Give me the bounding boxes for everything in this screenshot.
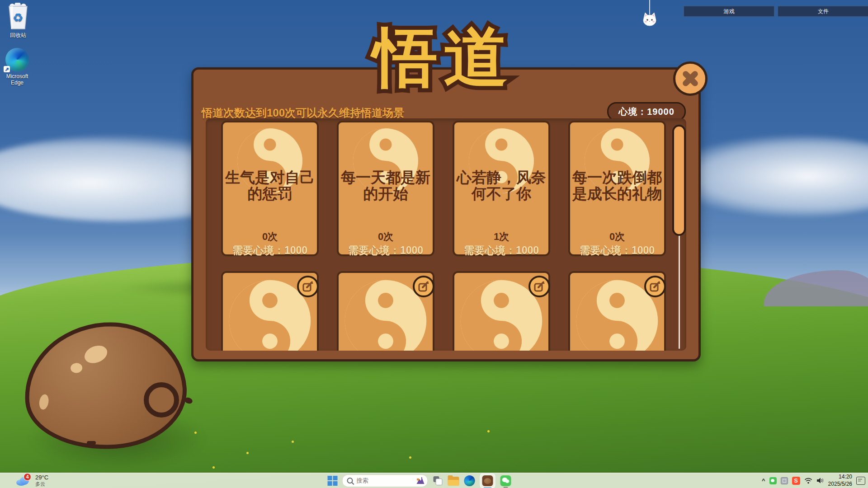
quote-card[interactable]: 每一天都是新的开始 0次 需要心境：1000	[337, 121, 434, 256]
edit-scene-button[interactable]	[528, 276, 550, 297]
flower	[409, 456, 411, 459]
scene-card[interactable]	[453, 271, 550, 351]
flower	[487, 430, 490, 432]
scrollbar-thumb[interactable]	[672, 125, 686, 236]
game-menu-label: 游戏	[724, 8, 735, 15]
quote-card[interactable]: 心若静，风奈何不了你 1次 需要心境：1000	[453, 121, 550, 256]
quote-count: 0次	[570, 230, 664, 244]
quote-card[interactable]: 生气是对自己的惩罚 0次 需要心境：1000	[221, 121, 319, 256]
clock-date: 2025/5/26	[828, 481, 852, 488]
edge-icon: ↗	[5, 48, 29, 71]
pet-tail-tip	[184, 396, 193, 404]
enlightenment-panel: 悟道次数达到100次可以永久维持悟道场景 心境：19000 生气是对自己的惩罚 …	[191, 67, 701, 361]
search-highlight-icon	[416, 477, 425, 485]
pet-highlight	[82, 343, 110, 366]
notification-center-icon[interactable]	[856, 477, 865, 485]
edit-icon	[533, 281, 545, 292]
shortcut-arrow-icon: ↗	[4, 66, 10, 72]
weather-cloud-icon: 4	[15, 475, 33, 487]
file-menu-button[interactable]: 文件	[778, 6, 868, 17]
pet-highlight	[70, 362, 82, 373]
edit-icon	[649, 281, 661, 292]
wifi-icon[interactable]	[804, 478, 812, 484]
quote-cost: 需要心境：1000	[339, 244, 433, 258]
quote-cost: 需要心境：1000	[454, 244, 548, 258]
scene-card[interactable]	[568, 271, 666, 351]
tray-chevron-icon[interactable]: ^	[762, 478, 765, 483]
desktop-screen: ♻ 回收站 ↗ Microsoft Edge 游戏 文件	[0, 0, 868, 488]
task-view-button[interactable]	[433, 476, 443, 486]
cat-toy-icon[interactable]	[642, 12, 658, 28]
pet-foot	[87, 441, 96, 445]
flower	[246, 452, 249, 454]
edit-scene-button[interactable]	[413, 276, 434, 297]
quote-count: 0次	[223, 230, 317, 244]
taskbar: 4 29°C 多云	[0, 473, 868, 488]
wechat-tray-icon[interactable]	[769, 477, 777, 484]
file-menu-label: 文件	[818, 8, 829, 15]
game-taskbar-button-active[interactable]	[480, 474, 495, 488]
quote-count: 0次	[339, 230, 433, 244]
svg-text:♻: ♻	[13, 11, 23, 24]
file-explorer-button[interactable]	[448, 477, 459, 486]
pet-character[interactable]	[19, 316, 195, 456]
quote-cost: 需要心境：1000	[223, 244, 317, 258]
desktop-icon-edge[interactable]: ↗ Microsoft Edge	[0, 48, 34, 86]
desktop-icon-recycle-bin[interactable]: ♻ 回收站	[1, 3, 35, 39]
edit-icon	[302, 281, 314, 292]
edge-label: Microsoft Edge	[0, 73, 34, 86]
close-button[interactable]	[673, 61, 708, 96]
weather-widget[interactable]: 4 29°C 多云	[15, 474, 48, 487]
start-button[interactable]	[328, 476, 337, 485]
quote-cost: 需要心境：1000	[570, 244, 664, 258]
recycle-bin-label: 回收站	[1, 32, 35, 39]
edit-scene-button[interactable]	[644, 276, 666, 297]
clock[interactable]: 14:20 2025/5/26	[828, 474, 852, 488]
edge-taskbar-button[interactable]	[464, 475, 475, 486]
pet-highlight	[38, 394, 50, 410]
quote-text: 生气是对自己的惩罚	[225, 139, 315, 233]
edit-scene-button[interactable]	[297, 276, 319, 297]
flower	[292, 441, 294, 443]
clock-time: 14:20	[828, 474, 852, 481]
game-menu-button[interactable]: 游戏	[684, 6, 774, 17]
quote-card[interactable]: 每一次跌倒都是成长的礼物 0次 需要心境：1000	[568, 121, 666, 256]
search-icon	[347, 478, 353, 483]
recycle-bin-icon: ♻	[7, 3, 29, 30]
weather-condition: 多云	[35, 481, 48, 487]
quote-count: 1次	[454, 230, 548, 244]
scrollbar-track[interactable]	[679, 235, 680, 349]
pet-tail	[144, 382, 179, 418]
edit-icon	[418, 281, 429, 292]
wechat-taskbar-button[interactable]	[500, 475, 511, 486]
quote-text: 心若静，风奈何不了你	[456, 139, 547, 233]
scene-card[interactable]	[337, 271, 434, 351]
game-app-icon	[482, 475, 493, 486]
taskbar-search[interactable]	[342, 474, 428, 487]
quote-text: 每一天都是新的开始	[340, 139, 431, 233]
speaker-icon[interactable]	[816, 477, 824, 484]
search-input[interactable]	[356, 477, 413, 484]
quote-text: 每一次跌倒都是成长的礼物	[572, 139, 662, 233]
weather-temperature: 29°C	[35, 474, 48, 481]
tray-app-icon[interactable]	[781, 477, 788, 484]
weather-badge: 4	[24, 473, 31, 481]
running-app-indicator	[504, 487, 508, 488]
flower	[212, 466, 215, 469]
card-grid-area: 生气是对自己的惩罚 0次 需要心境：1000 每一天都是新的开始 0次 需要心境…	[206, 118, 686, 351]
scene-card[interactable]	[221, 271, 319, 351]
sogou-input-icon[interactable]: S	[792, 477, 800, 485]
